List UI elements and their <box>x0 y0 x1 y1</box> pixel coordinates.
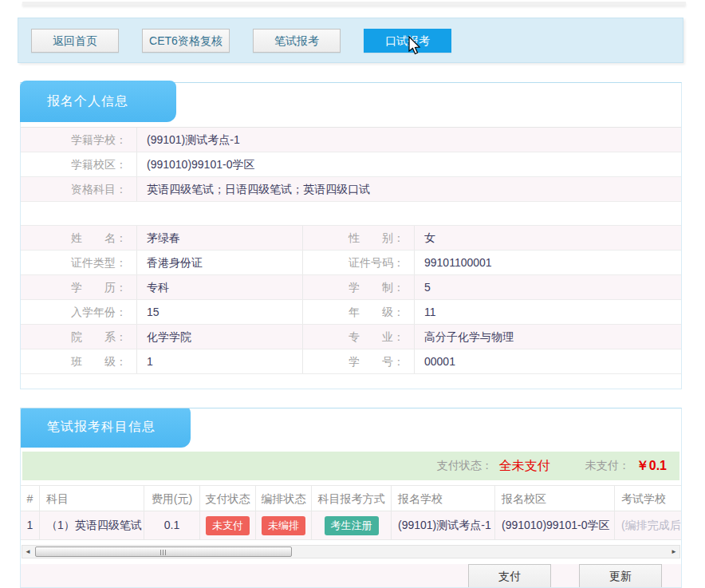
info-row-campus: 学籍校区： (991010)99101-0学区 <box>21 152 681 177</box>
self-register-badge: 考生注册 <box>325 516 379 535</box>
mouse-cursor-icon <box>408 36 422 57</box>
field-label: 姓 名： <box>21 226 136 250</box>
cell-exam-school: (编排完成后 <box>615 511 681 539</box>
field-value: 专科 <box>136 275 302 299</box>
toolbar: 返回首页 CET6资格复核 笔试报考 口试报考 <box>18 18 683 63</box>
field-value: 茅绿春 <box>136 226 302 250</box>
field-label: 班 级： <box>21 349 136 373</box>
field-value: 香港身份证 <box>136 251 302 274</box>
info-row-idtype-idnum: 证件类型： 香港身份证 证件号码： 99101100001 <box>21 251 681 275</box>
subjects-table-header: # 科目 费用(元) 支付状态 编排状态 科目报考方式 报名学校 报名校区 考试… <box>21 485 681 511</box>
horizontal-scrollbar[interactable]: ◄ ► <box>22 545 680 558</box>
field-label: 证件号码： <box>302 251 414 274</box>
info-row-name-gender: 姓 名： 茅绿春 性 别： 女 <box>21 226 681 251</box>
cet6-review-button[interactable]: CET6资格复核 <box>142 29 230 53</box>
field-value: 11 <box>414 300 681 324</box>
field-label: 院 系： <box>21 325 136 349</box>
personal-info-table: 学籍学校： (99101)测试考点-1 学籍校区： (991010)99101-… <box>21 127 681 374</box>
scroll-right-icon[interactable]: ► <box>668 546 679 558</box>
field-value: 1 <box>136 349 302 373</box>
field-label: 学 制： <box>302 275 414 299</box>
page-top-strip <box>22 2 686 6</box>
field-label: 专 业： <box>302 325 414 349</box>
field-label: 学 号： <box>302 349 414 373</box>
cell-index: 1 <box>21 511 40 539</box>
info-row-enrollyear-grade: 入学年份： 15 年 级： 11 <box>21 300 681 325</box>
subjects-panel: 笔试报考科目信息 支付状态： 全未支付 未支付： ￥0.1 # 科目 费用(元)… <box>20 408 682 588</box>
personal-info-title: 报名个人信息 <box>20 81 176 122</box>
info-row-qualified-subjects: 资格科目： 英语四级笔试；日语四级笔试；英语四级口试 <box>21 177 681 202</box>
unpaid-badge: 未支付 <box>206 516 250 535</box>
field-label: 入学年份： <box>21 300 136 324</box>
written-exam-register-button[interactable]: 笔试报考 <box>253 29 341 53</box>
col-header-subject: 科目 <box>40 486 144 511</box>
col-header-pay-status: 支付状态 <box>200 486 256 511</box>
field-label: 年 级： <box>302 300 414 324</box>
field-label: 学籍学校： <box>21 128 136 152</box>
field-value: 15 <box>136 300 302 324</box>
personal-info-panel: 报名个人信息 学籍学校： (99101)测试考点-1 学籍校区： (991010… <box>20 82 682 389</box>
cell-pay-status: 未支付 <box>200 511 256 539</box>
info-row-degree-duration: 学 历： 专科 学 制： 5 <box>21 275 681 300</box>
pay-status-value: 全未支付 <box>499 458 550 475</box>
subjects-table: # 科目 费用(元) 支付状态 编排状态 科目报考方式 报名学校 报名校区 考试… <box>21 485 681 540</box>
info-row-spacer <box>21 202 681 226</box>
cell-register-mode: 考生注册 <box>312 511 392 539</box>
col-header-campus: 报名校区 <box>495 486 615 511</box>
pay-button[interactable]: 支付 <box>468 564 551 588</box>
field-label: 性 别： <box>302 226 414 250</box>
field-value: 化学学院 <box>136 325 302 349</box>
cell-subject: （1）英语四级笔试 <box>40 511 144 539</box>
field-label: 资格科目： <box>21 177 136 201</box>
back-home-button[interactable]: 返回首页 <box>31 29 119 53</box>
field-value: 99101100001 <box>414 251 681 274</box>
subjects-panel-title: 笔试报考科目信息 <box>20 408 191 448</box>
field-value: 英语四级笔试；日语四级笔试；英语四级口试 <box>136 177 681 201</box>
field-label: 证件类型： <box>21 251 136 274</box>
payment-status-bar: 支付状态： 全未支付 未支付： ￥0.1 <box>22 452 679 480</box>
field-value: (99101)测试考点-1 <box>136 128 681 152</box>
field-value: 高分子化学与物理 <box>414 325 681 349</box>
footer-actions: 支付 更新 <box>21 564 681 588</box>
col-header-exam-school: 考试学校 <box>615 486 681 511</box>
col-header-arrange-status: 编排状态 <box>256 486 312 511</box>
unarranged-badge: 未编排 <box>262 516 305 535</box>
unpaid-amount: ￥0.1 <box>636 458 667 475</box>
col-header-register-mode: 科目报考方式 <box>312 486 392 511</box>
field-value: 5 <box>414 275 681 299</box>
scroll-left-icon[interactable]: ◄ <box>22 546 33 558</box>
col-header-fee: 费用(元) <box>144 486 200 511</box>
field-label: 学籍校区： <box>21 152 136 176</box>
unpaid-label: 未支付： <box>585 459 630 473</box>
cell-school: (99101)测试考点-1 <box>392 511 495 539</box>
info-row-school: 学籍学校： (99101)测试考点-1 <box>21 128 681 152</box>
col-header-school: 报名学校 <box>392 486 495 511</box>
cell-campus: (991010)99101-0学区 <box>495 511 615 539</box>
table-row: 1 （1）英语四级笔试 0.1 未支付 未编排 考生注册 (99101)测试考点… <box>21 511 681 540</box>
field-value: (991010)99101-0学区 <box>136 152 681 176</box>
scrollbar-thumb[interactable] <box>35 547 292 557</box>
pay-status-label: 支付状态： <box>437 459 493 473</box>
col-header-index: # <box>21 486 40 511</box>
field-label: 学 历： <box>21 275 136 299</box>
field-value: 女 <box>414 226 681 250</box>
info-row-faculty-major: 院 系： 化学学院 专 业： 高分子化学与物理 <box>21 325 681 349</box>
refresh-button[interactable]: 更新 <box>579 564 662 588</box>
field-value: 00001 <box>414 349 681 373</box>
info-row-class-studentid: 班 级： 1 学 号： 00001 <box>21 349 681 374</box>
scrollbar-grip-icon <box>160 550 167 555</box>
cell-arrange-status: 未编排 <box>256 511 312 539</box>
cell-fee: 0.1 <box>144 511 200 539</box>
